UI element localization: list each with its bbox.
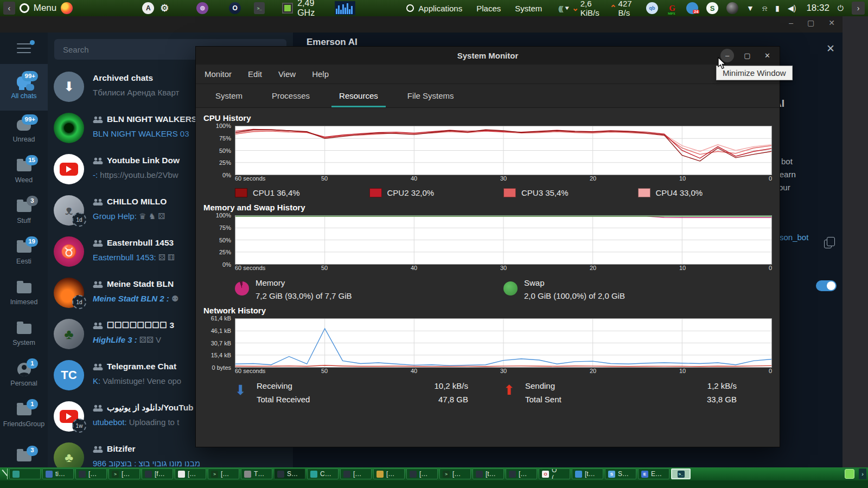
sidebar-folder-inimesed[interactable]: Inimesed: [0, 273, 48, 314]
opera-icon[interactable]: O: [229, 2, 241, 14]
taskbar-window-button-7[interactable]: T…: [241, 468, 272, 479]
taskbar-button-label: T…: [254, 470, 264, 478]
taskbar-window-button-15[interactable]: […: [506, 468, 537, 479]
clock[interactable]: 18:32: [806, 3, 829, 14]
taskbar-window-button-2[interactable]: […: [75, 468, 107, 479]
menu-logo-icon[interactable]: [20, 3, 29, 13]
tab-system[interactable]: System: [203, 84, 254, 107]
bg-maximize-button[interactable]: ▢: [807, 18, 814, 27]
taskbar-window-button-17[interactable]: [t…: [572, 468, 603, 479]
taskbar-window-button-16[interactable]: OO (…: [539, 468, 570, 479]
menu-help[interactable]: Help: [312, 69, 329, 79]
cpu-graph-applet[interactable]: [335, 1, 355, 15]
close-button[interactable]: ✕: [761, 49, 774, 62]
taskbar-window-button-6[interactable]: >[…: [208, 468, 239, 479]
network-waves-icon: (((: [558, 4, 562, 12]
cpu-legend: CPU1 36,4%CPU2 32,0%CPU3 35,4%CPU4 33,0%: [235, 188, 772, 197]
main-menu-button[interactable]: [0, 33, 48, 64]
search-tool-icon[interactable]: A: [142, 2, 154, 14]
menu-monitor[interactable]: Monitor: [205, 69, 232, 79]
sidebar-folder-personal[interactable]: 1Personal: [0, 355, 48, 395]
panel-collapse-button[interactable]: ‹: [3, 2, 15, 15]
sidebar-folder-partial[interactable]: 3: [0, 436, 48, 467]
taskbar-window-button-11[interactable]: […: [373, 468, 405, 479]
bg-close-button[interactable]: ✕: [828, 18, 835, 27]
tab-processes[interactable]: Processes: [260, 84, 322, 107]
tab-resources[interactable]: Resources: [327, 84, 390, 107]
wifi-tray-icon[interactable]: ▼: [746, 4, 754, 12]
taskbar-window-button-19[interactable]: EE…: [638, 468, 669, 479]
cpu-legend-cpu1[interactable]: CPU1 36,4%: [235, 188, 369, 197]
tor-browser-icon[interactable]: ⊚: [196, 2, 208, 14]
taskbar-overflow-arrow[interactable]: ›: [859, 468, 866, 479]
sidebar-folder-friendsgroup[interactable]: 1FriendsGroup: [0, 395, 48, 436]
toggle-switch[interactable]: [816, 280, 837, 291]
network-monitor-applet[interactable]: ((( ▼ ⌄ 2,6 KiB/s ⌃ 427 B/s: [558, 0, 642, 17]
sidebar-folder-system[interactable]: System: [0, 314, 48, 355]
chat-avatar: TC: [54, 360, 84, 390]
taskbar-window-button-4[interactable]: [f…: [142, 468, 173, 479]
cpu-legend-label: CPU2 32,0%: [387, 188, 435, 197]
sidebar-folder-eesti[interactable]: 19Eesti: [0, 233, 48, 273]
taskbar-app-icon: E: [641, 471, 648, 478]
panel-expand-button[interactable]: ›: [852, 2, 865, 15]
cpu-legend-cpu3[interactable]: CPU3 35,4%: [503, 188, 638, 197]
power-icon[interactable]: ⏻: [838, 4, 844, 13]
taskbar-window-button-12[interactable]: […: [406, 468, 438, 479]
settings-gears-icon[interactable]: ⚙: [158, 2, 170, 14]
terminal-icon[interactable]: >_: [254, 2, 265, 14]
notifications-bell-icon[interactable]: ⍾: [762, 4, 767, 13]
firefox-icon[interactable]: [61, 2, 73, 14]
network-legend: ⬇ Receiving Total Received 10,2 kB/s 47,…: [235, 381, 772, 408]
menu-edit[interactable]: Edit: [248, 69, 262, 79]
sidebar-folder-weed[interactable]: 15Weed: [0, 151, 48, 192]
taskbar-window-button-20[interactable]: >_: [671, 468, 691, 479]
bg-minimize-button[interactable]: –: [789, 18, 793, 27]
copy-icon[interactable]: [824, 240, 832, 248]
volume-icon[interactable]: ◀): [788, 4, 796, 12]
taskbar-window-button-8[interactable]: S…: [274, 468, 305, 479]
places-menu[interactable]: Places: [476, 4, 501, 13]
titlebar[interactable]: System Monitor – ▢ ✕: [196, 47, 780, 65]
qbittorrent-tray-icon[interactable]: qb: [646, 2, 658, 14]
chat-avatar: ♉: [54, 236, 84, 267]
sidebar-folder-unread[interactable]: 99+Unread: [0, 111, 48, 151]
top-panel: ‹ Menu A ⚙ ⊚ O >_ 2,49 GHz Applications …: [0, 0, 868, 16]
taskbar-window-button-0[interactable]: [9, 468, 41, 479]
taskbar-green-icon[interactable]: [845, 469, 854, 479]
battery-icon[interactable]: ▮: [775, 4, 780, 12]
cpu-legend-cpu2[interactable]: CPU2 32,0%: [369, 188, 504, 197]
sending-arrow-icon: ⬆: [503, 382, 520, 408]
cpu-legend-cpu4[interactable]: CPU4 33,0%: [638, 188, 773, 197]
taskbar-window-button-9[interactable]: C…: [307, 468, 339, 479]
applications-menu[interactable]: Applications: [418, 4, 462, 13]
sidebar-folder-stuff[interactable]: 3Stuff: [0, 192, 48, 233]
taskbar-window-button-1[interactable]: ti…: [42, 468, 74, 479]
taskbar-window-button-18[interactable]: SS…: [605, 468, 636, 479]
show-desktop-button[interactable]: [2, 468, 8, 479]
emerson-close-icon[interactable]: ✕: [826, 42, 835, 55]
skype-tray-icon[interactable]: S: [706, 2, 718, 14]
bot-handle-fragment[interactable]: son_bot: [780, 233, 808, 242]
maximize-button[interactable]: ▢: [741, 49, 754, 62]
tab-file-systems[interactable]: File Systems: [395, 84, 466, 107]
calendar-tray-icon[interactable]: 24: [686, 2, 698, 14]
mouse-cursor: [718, 57, 727, 70]
menu-button[interactable]: Menu: [34, 3, 57, 14]
taskbar-window-button-5[interactable]: […: [175, 468, 206, 479]
round-tray-icon[interactable]: [726, 2, 738, 14]
taskbar-window-button-3[interactable]: >[…: [108, 468, 140, 479]
taskbar-app-icon: [410, 471, 417, 478]
taskbar-app-icon: [476, 471, 483, 478]
wifi-icon: ▼: [564, 5, 570, 11]
network-history-chart: 61,4 kB46,1 kB30,7 kB15,4 kB0 bytes60 se…: [203, 318, 772, 376]
sidebar-folder-all-chats[interactable]: 99+All chats: [0, 64, 48, 111]
taskbar-window-button-13[interactable]: >[…: [439, 468, 471, 479]
mpx-tray-icon[interactable]: GMPX: [666, 2, 678, 14]
menu-view[interactable]: View: [278, 69, 296, 79]
taskbar-window-button-14[interactable]: [t…: [473, 468, 504, 479]
system-monitor-window: System Monitor – ▢ ✕ Monitor Edit View H…: [195, 46, 780, 447]
taskbar-window-button-10[interactable]: […: [340, 468, 372, 479]
tab-bar: System Processes Resources File Systems: [196, 84, 780, 108]
system-menu[interactable]: System: [515, 4, 542, 13]
